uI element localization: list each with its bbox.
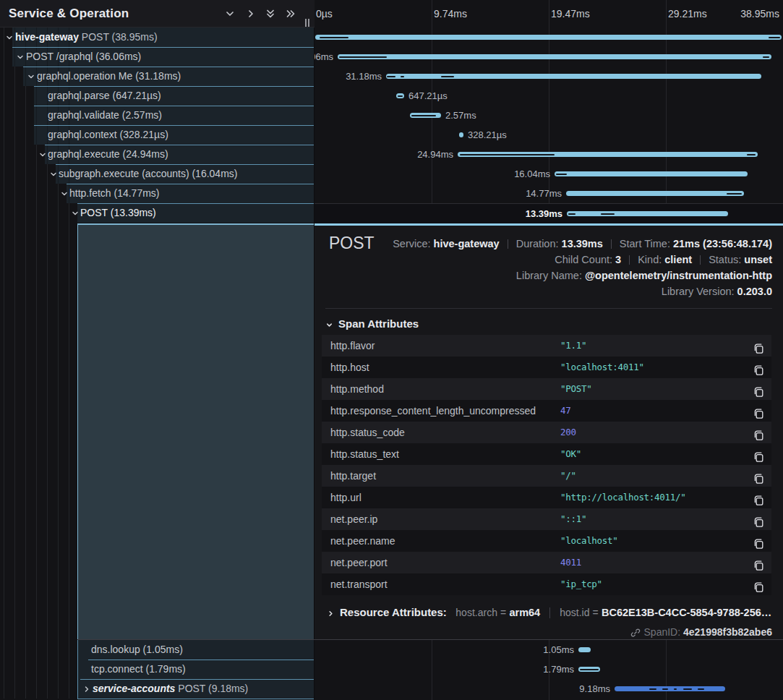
span-bar[interactable]	[578, 647, 591, 652]
attribute-row: http.status_text"OK"	[322, 443, 771, 465]
timeline-row[interactable]: 9.18ms	[315, 679, 783, 699]
copy-icon[interactable]	[753, 362, 764, 373]
operation-name: POST (13.39ms)	[80, 203, 156, 223]
span-bar[interactable]	[578, 667, 600, 672]
span-row-post-selected[interactable]: POST (13.39ms)	[0, 203, 315, 223]
span-bar[interactable]	[566, 191, 744, 196]
operation-name: graphql.parse (647.21µs)	[48, 86, 161, 106]
tree-header-title: Service & Operation	[9, 0, 129, 27]
divider	[325, 308, 772, 309]
span-row-graphql-execute[interactable]: graphql.execute (24.94ms)	[0, 145, 315, 164]
attribute-row: http.host"localhost:4011"	[322, 357, 771, 378]
attribute-row: net.peer.ip"::1"	[322, 508, 771, 530]
tick-label: 0µs	[316, 0, 333, 27]
timeline-row[interactable]: 2.57ms	[315, 106, 783, 125]
tree-header: Service & Operation	[0, 0, 315, 27]
span-id[interactable]: SpanID: 4e21998f3b82abe6	[630, 625, 772, 639]
span-attributes-header[interactable]: Span Attributes	[325, 317, 419, 332]
operation-name: dns.lookup (1.05ms)	[91, 640, 183, 660]
chevron-right-icon	[327, 610, 335, 618]
span-bar[interactable]	[396, 93, 404, 98]
tick-label: 9.74ms	[434, 0, 467, 27]
link-icon	[630, 628, 641, 638]
timeline-row[interactable]: 1.05ms	[315, 640, 783, 660]
chevron-down-icon[interactable]	[71, 209, 80, 218]
span-row-http-fetch[interactable]: http.fetch (14.77ms)	[0, 184, 315, 203]
copy-icon[interactable]	[753, 492, 764, 503]
span-row-graphql-parse[interactable]: graphql.parse (647.21µs)	[0, 86, 315, 106]
expand-one-icon[interactable]	[245, 8, 257, 20]
timeline-row[interactable]: 38.95ms	[315, 27, 783, 47]
timeline-row[interactable]: 36.06ms	[315, 47, 783, 67]
chevron-down-icon[interactable]	[16, 53, 25, 61]
copy-icon[interactable]	[753, 340, 764, 351]
operation-name: POST (38.95ms)	[82, 31, 158, 43]
span-row-graphql-context[interactable]: graphql.context (328.21µs)	[0, 125, 315, 145]
chevron-down-icon[interactable]	[38, 150, 47, 159]
trace-viewer: hive-gateway POST (38.95ms) POST /graphq…	[0, 0, 783, 700]
attribute-row: net.peer.port4011	[322, 552, 771, 573]
span-row-service-accounts-post[interactable]: service-accounts POST (9.18ms)	[0, 679, 315, 699]
copy-icon[interactable]	[753, 513, 764, 525]
tick-label: 38.95ms	[740, 0, 779, 27]
timeline-row[interactable]: 14.77ms	[315, 184, 783, 203]
span-bar[interactable]	[386, 74, 761, 79]
copy-icon[interactable]	[753, 557, 764, 568]
resource-attributes-header[interactable]: Resource Attributes: host.arch = arm64ho…	[327, 602, 772, 623]
operation-name: graphql.execute (24.94ms)	[48, 145, 168, 164]
timeline-row[interactable]: 647.21µs	[315, 86, 783, 106]
chevron-down-icon[interactable]	[49, 170, 58, 179]
copy-icon[interactable]	[753, 579, 764, 590]
operation-name: graphql.validate (2.57ms)	[48, 106, 162, 125]
span-bar[interactable]	[615, 686, 725, 691]
operation-name: tcp.connect (1.79ms)	[91, 660, 186, 679]
span-bar[interactable]	[338, 54, 771, 59]
chevron-down-icon[interactable]	[60, 189, 69, 198]
collapse-one-icon[interactable]	[224, 8, 236, 20]
collapse-all-icon[interactable]	[265, 8, 276, 20]
tick-label: 29.21ms	[668, 0, 707, 27]
span-bar[interactable]	[459, 132, 463, 137]
copy-icon[interactable]	[753, 405, 764, 417]
copy-icon[interactable]	[753, 470, 764, 482]
span-row-graphql-validate[interactable]: graphql.validate (2.57ms)	[0, 106, 315, 125]
operation-name: http.fetch (14.77ms)	[69, 184, 160, 203]
copy-icon[interactable]	[753, 427, 764, 438]
span-bar[interactable]	[555, 171, 748, 176]
span-row-hive-gateway-post[interactable]: hive-gateway POST (38.95ms)	[0, 27, 315, 47]
span-bar[interactable]	[458, 152, 758, 157]
span-row-subgraph-execute[interactable]: subgraph.execute (accounts) (16.04ms)	[0, 164, 315, 184]
timeline-header: 0µs 9.74ms 19.47ms 29.21ms 38.95ms	[315, 0, 783, 27]
span-attributes-table: http.flavor"1.1" http.host"localhost:401…	[322, 335, 771, 595]
copy-icon[interactable]	[753, 448, 764, 460]
operation-name: POST (9.18ms)	[178, 683, 248, 694]
expand-all-icon[interactable]	[285, 8, 296, 20]
operation-name: subgraph.execute (accounts) (16.04ms)	[59, 164, 237, 184]
span-row-tcp-connect[interactable]: tcp.connect (1.79ms)	[0, 660, 315, 679]
copy-icon[interactable]	[753, 383, 764, 395]
selected-span-region	[77, 223, 314, 639]
attribute-row: http.target"/"	[322, 465, 771, 487]
chevron-right-icon[interactable]	[82, 685, 91, 693]
chevron-down-icon[interactable]	[27, 72, 35, 81]
timeline-row[interactable]: 24.94ms	[315, 145, 783, 164]
service-name: hive-gateway	[15, 31, 79, 43]
span-row-post-graphql[interactable]: POST /graphql (36.06ms)	[0, 47, 315, 67]
attribute-row: http.method"POST"	[322, 378, 771, 400]
copy-icon[interactable]	[753, 535, 764, 547]
timeline-row-selected[interactable]: 13.39ms	[315, 203, 783, 223]
detail-bottom-divider	[77, 639, 783, 640]
chevron-down-icon[interactable]	[5, 33, 14, 42]
attribute-row: net.transport"ip_tcp"	[322, 573, 771, 595]
span-row-graphql-operation[interactable]: graphql.operation Me (31.18ms)	[0, 67, 315, 86]
span-row-dns-lookup[interactable]: dns.lookup (1.05ms)	[0, 640, 315, 660]
timeline-row[interactable]: 1.79ms	[315, 660, 783, 679]
span-bar[interactable]	[410, 113, 441, 118]
span-bar[interactable]	[567, 211, 728, 216]
operation-name: graphql.operation Me (31.18ms)	[37, 67, 181, 86]
timeline-row[interactable]: 31.18ms	[315, 67, 783, 86]
attribute-row: http.url"http://localhost:4011/"	[322, 487, 771, 508]
timeline-row[interactable]: 328.21µs	[315, 125, 783, 145]
timeline-row[interactable]: 16.04ms	[315, 164, 783, 184]
span-bar[interactable]	[315, 35, 782, 40]
